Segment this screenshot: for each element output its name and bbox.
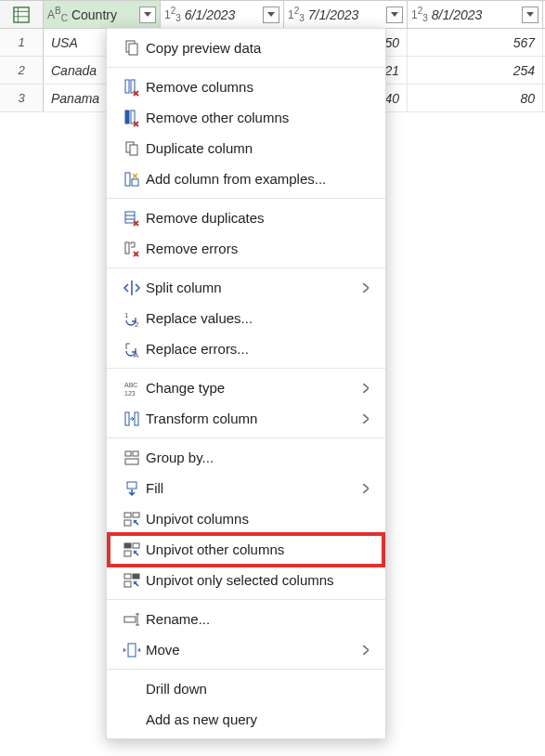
row-number: 2 bbox=[0, 57, 44, 84]
remove-errors-icon bbox=[118, 240, 146, 258]
menu-unpivot-other-columns[interactable]: Unpivot other columns bbox=[107, 534, 385, 565]
menu-separator bbox=[107, 437, 385, 438]
menu-separator bbox=[107, 198, 385, 199]
column-label: 6/1/2023 bbox=[185, 7, 261, 22]
row-number: 1 bbox=[0, 29, 44, 56]
svg-rect-29 bbox=[127, 482, 136, 489]
svg-rect-34 bbox=[133, 543, 139, 548]
svg-text:123: 123 bbox=[124, 390, 136, 397]
svg-rect-24 bbox=[125, 412, 129, 425]
svg-rect-36 bbox=[124, 574, 131, 579]
column-header-date3[interactable]: 123 8/1/2023 bbox=[408, 1, 543, 28]
svg-rect-5 bbox=[129, 44, 137, 55]
chevron-right-icon bbox=[363, 411, 374, 426]
svg-rect-12 bbox=[125, 173, 130, 186]
svg-rect-28 bbox=[125, 459, 138, 464]
cell-value[interactable]: 254 bbox=[408, 57, 543, 84]
filter-dropdown[interactable] bbox=[263, 7, 279, 23]
chevron-right-icon bbox=[363, 642, 374, 658]
menu-transform-column[interactable]: Transform column bbox=[107, 403, 385, 434]
remove-duplicates-icon bbox=[118, 209, 146, 228]
menu-unpivot-columns[interactable]: Unpivot columns bbox=[107, 503, 385, 534]
group-by-icon bbox=[118, 449, 146, 467]
svg-rect-8 bbox=[125, 111, 129, 124]
filter-dropdown[interactable] bbox=[386, 7, 403, 23]
chevron-right-icon bbox=[363, 480, 374, 496]
menu-group-by[interactable]: Group by... bbox=[107, 442, 385, 473]
svg-rect-37 bbox=[133, 574, 139, 579]
svg-text:A: A bbox=[134, 351, 139, 358]
type-number-icon: 123 bbox=[164, 6, 181, 23]
rename-icon bbox=[118, 610, 146, 629]
menu-separator bbox=[107, 67, 385, 68]
svg-rect-35 bbox=[124, 551, 131, 556]
column-header-date1[interactable]: 123 6/1/2023 bbox=[161, 1, 284, 28]
menu-separator bbox=[107, 669, 385, 670]
svg-text:2: 2 bbox=[135, 320, 139, 328]
table-header: ABC Country 123 6/1/2023 123 7/1/2023 12… bbox=[0, 1, 545, 29]
svg-rect-38 bbox=[124, 581, 131, 587]
menu-copy-preview[interactable]: Copy preview data bbox=[107, 33, 385, 63]
svg-rect-31 bbox=[133, 513, 139, 517]
type-text-icon: ABC bbox=[47, 6, 68, 23]
svg-rect-17 bbox=[125, 242, 129, 254]
filter-dropdown[interactable] bbox=[522, 7, 539, 23]
menu-duplicate-column[interactable]: Duplicate column bbox=[107, 133, 385, 163]
type-number-icon: 123 bbox=[411, 6, 428, 23]
column-header-country[interactable]: ABC Country bbox=[44, 1, 161, 28]
svg-rect-6 bbox=[125, 80, 129, 93]
column-header-date2[interactable]: 123 7/1/2023 bbox=[284, 1, 408, 28]
menu-add-as-new-query[interactable]: Add as new query bbox=[107, 704, 385, 735]
menu-remove-columns[interactable]: Remove columns bbox=[107, 72, 385, 102]
menu-split-column[interactable]: Split column bbox=[107, 272, 385, 303]
svg-rect-13 bbox=[132, 179, 138, 186]
svg-rect-26 bbox=[125, 451, 131, 456]
table-options-icon[interactable] bbox=[0, 1, 44, 28]
move-icon bbox=[118, 641, 146, 659]
menu-unpivot-selected-columns[interactable]: Unpivot only selected columns bbox=[107, 565, 385, 595]
change-type-icon: ABC123 bbox=[118, 379, 146, 398]
context-menu: Copy preview data Remove columns Remove … bbox=[106, 28, 386, 739]
svg-rect-30 bbox=[124, 513, 131, 517]
menu-move[interactable]: Move bbox=[107, 634, 385, 665]
svg-text:1: 1 bbox=[124, 311, 129, 319]
menu-drill-down[interactable]: Drill down bbox=[107, 673, 385, 704]
chevron-right-icon bbox=[363, 280, 374, 295]
menu-remove-other-columns[interactable]: Remove other columns bbox=[107, 102, 385, 133]
unpivot-selected-icon bbox=[118, 571, 146, 590]
column-label: Country bbox=[71, 7, 137, 22]
menu-replace-errors[interactable]: A Replace errors... bbox=[107, 333, 385, 364]
svg-rect-43 bbox=[128, 644, 136, 657]
menu-remove-duplicates[interactable]: Remove duplicates bbox=[107, 202, 385, 233]
add-column-icon bbox=[118, 170, 146, 189]
type-number-icon: 123 bbox=[288, 6, 305, 23]
unpivot-other-icon bbox=[118, 541, 146, 559]
menu-replace-values[interactable]: 12 Replace values... bbox=[107, 303, 385, 333]
duplicate-icon bbox=[118, 139, 146, 158]
menu-rename[interactable]: Rename... bbox=[107, 604, 385, 634]
svg-rect-0 bbox=[14, 7, 29, 21]
svg-rect-33 bbox=[124, 543, 131, 548]
filter-dropdown[interactable] bbox=[139, 7, 156, 23]
menu-separator bbox=[107, 599, 385, 600]
svg-rect-39 bbox=[124, 617, 136, 622]
remove-columns-icon bbox=[118, 78, 146, 97]
svg-rect-14 bbox=[125, 212, 135, 223]
menu-separator bbox=[107, 368, 385, 369]
cell-value[interactable]: 80 bbox=[408, 85, 543, 111]
split-icon bbox=[118, 279, 146, 297]
cell-value[interactable]: 567 bbox=[408, 29, 543, 56]
menu-change-type[interactable]: ABC123 Change type bbox=[107, 372, 385, 403]
menu-add-from-examples[interactable]: Add column from examples... bbox=[107, 163, 385, 194]
column-label: 7/1/2023 bbox=[308, 7, 384, 22]
menu-separator bbox=[107, 267, 385, 268]
replace-errors-icon: A bbox=[118, 340, 146, 358]
remove-other-columns-icon bbox=[118, 109, 146, 127]
replace-values-icon: 12 bbox=[118, 309, 146, 328]
menu-fill[interactable]: Fill bbox=[107, 473, 385, 503]
svg-text:ABC: ABC bbox=[124, 382, 137, 388]
column-label: 8/1/2023 bbox=[432, 7, 520, 22]
menu-remove-errors[interactable]: Remove errors bbox=[107, 233, 385, 264]
chevron-right-icon bbox=[363, 380, 374, 396]
transform-icon bbox=[118, 410, 146, 428]
